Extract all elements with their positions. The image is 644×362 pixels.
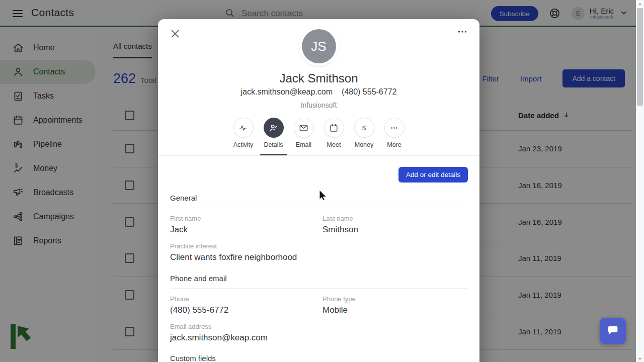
action-tab-meet[interactable]: Meet: [320, 118, 348, 155]
contact-company: Infusionsoft: [158, 101, 479, 109]
scroll-up-arrow-icon[interactable]: ▲: [636, 0, 644, 7]
phone-fields-row: Phone (480) 555-6772 Phone type Mobile: [170, 295, 468, 315]
field-last-name: Last name Smithson: [323, 215, 468, 235]
email-icon: [294, 118, 314, 138]
action-tab-details[interactable]: Details: [260, 118, 288, 155]
divider: [170, 288, 468, 289]
field-first-name: First name Jack: [170, 215, 323, 235]
chat-launcher-button[interactable]: [600, 318, 626, 344]
app-window: Contacts Subscribe E Hi, Eric Infusionso…: [0, 0, 644, 362]
add-or-edit-details-button[interactable]: Add or edit details: [398, 167, 468, 183]
general-fields-row: First name Jack Last name Smithson: [170, 215, 468, 235]
close-icon[interactable]: [168, 27, 182, 41]
field-email-address: Email address jack.smithson@keap.com: [170, 323, 468, 343]
more-options-icon[interactable]: [455, 25, 469, 39]
contact-email-link[interactable]: jack.smithson@keap.com: [241, 87, 333, 97]
money-dollar-icon: $: [354, 118, 374, 138]
field-phone: Phone (480) 555-6772: [170, 295, 323, 315]
section-title-general: General: [170, 194, 197, 202]
action-tab-email[interactable]: Email: [290, 118, 318, 155]
contact-avatar: JS: [302, 29, 336, 63]
field-practice-interest: Practice interest Client wants foxfire n…: [170, 242, 468, 262]
practice-interest-row: Practice interest Client wants foxfire n…: [170, 242, 468, 262]
divider: [170, 208, 468, 208]
svg-text:$: $: [362, 124, 366, 131]
section-title-phone-and-email: Phone and email: [170, 274, 227, 283]
active-tab-indicator: [260, 154, 287, 155]
email-field-row: Email address jack.smithson@keap.com: [170, 323, 468, 343]
more-dots-icon: [384, 118, 405, 138]
scroll-down-arrow-icon[interactable]: ▼: [636, 355, 644, 362]
details-person-check-icon: [264, 118, 284, 138]
action-tab-activity[interactable]: Activity: [229, 118, 258, 155]
action-tab-money[interactable]: $ Money: [350, 118, 378, 155]
activity-icon: [233, 118, 254, 138]
field-phone-type: Phone type Mobile: [323, 295, 468, 315]
contact-action-tabs: Activity Details Email Meet: [158, 118, 479, 156]
scrollbar-thumb[interactable]: [637, 8, 643, 106]
section-title-custom-fields: Custom fields: [170, 354, 216, 362]
contact-phone-link[interactable]: (480) 555-6772: [342, 87, 396, 97]
vertical-scrollbar[interactable]: ▲ ▼: [636, 0, 644, 362]
action-tab-more[interactable]: More: [380, 118, 409, 155]
contact-detail-modal: JS Jack Smithson jack.smithson@keap.com …: [158, 19, 479, 362]
chat-bubble-icon: [606, 323, 620, 339]
meet-calendar-icon: [324, 118, 344, 138]
contact-summary: jack.smithson@keap.com (480) 555-6772: [158, 87, 479, 97]
contact-name: Jack Smithson: [158, 71, 479, 85]
